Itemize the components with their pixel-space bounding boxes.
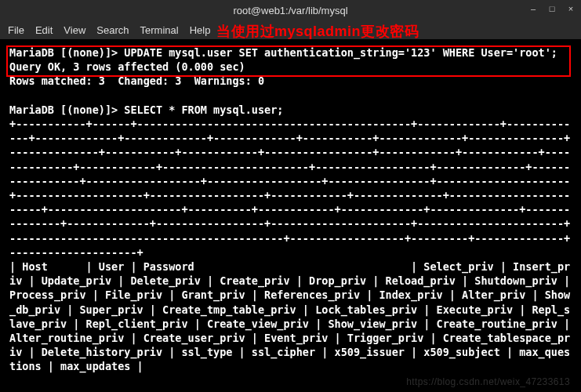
menu-help[interactable]: Help — [190, 24, 211, 36]
menu-search[interactable]: Search — [96, 24, 129, 36]
menu-view[interactable]: View — [64, 24, 85, 36]
term-line: Rows matched: 3 Changed: 3 Warnings: 0 — [9, 74, 264, 87]
term-line: +-----------+------+--------------------… — [9, 118, 570, 259]
terminal-output[interactable]: MariaDB [(none)]> UPDATE mysql.user SET … — [0, 39, 581, 374]
maximize-icon[interactable]: □ — [547, 3, 557, 14]
minimize-icon[interactable]: – — [528, 3, 539, 14]
watermark: https://blog.csdn.net/weix_47233613 — [406, 376, 570, 387]
term-line: MariaDB [(none)]> SELECT * FROM mysql.us… — [9, 103, 284, 116]
annotation-text: 当使用过mysqladmin更改密码 — [216, 22, 419, 41]
menubar: File Edit View Search Terminal Help 当使用过… — [0, 20, 581, 39]
window-controls: – □ × — [528, 3, 576, 14]
term-line: Query OK, 3 rows affected (0.000 sec) — [9, 60, 245, 73]
menu-terminal[interactable]: Terminal — [140, 24, 179, 36]
window-title: root@web1:/var/lib/mysql — [233, 5, 347, 16]
term-line: MariaDB [(none)]> UPDATE mysql.user SET … — [9, 46, 557, 59]
menu-edit[interactable]: Edit — [35, 24, 53, 36]
menu-file[interactable]: File — [8, 24, 24, 36]
close-icon[interactable]: × — [565, 3, 576, 14]
term-line: | Host | User | Password | Select_priv |… — [9, 260, 576, 372]
window-titlebar: root@web1:/var/lib/mysql – □ × — [0, 0, 581, 20]
